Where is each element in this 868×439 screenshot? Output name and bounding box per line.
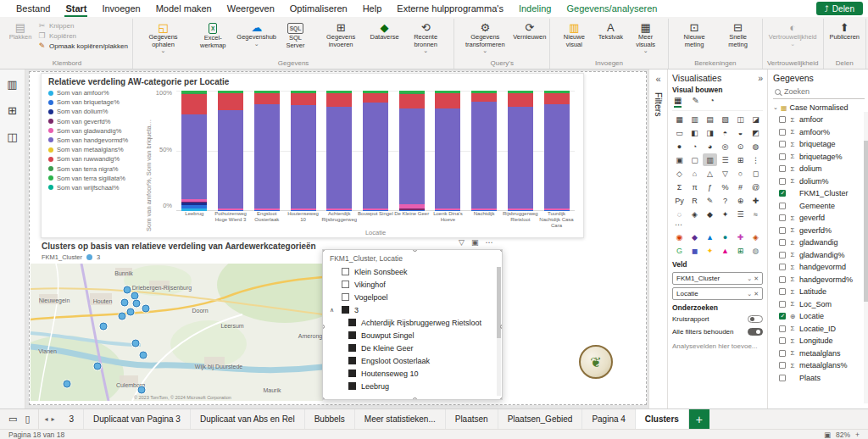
slicer-scrollbar[interactable] <box>497 267 501 396</box>
field-checkbox[interactable] <box>779 129 786 136</box>
ribbon-button-nieuwe-visual[interactable]: ▥Nieuwe visual <box>554 19 593 50</box>
stacked-bar-visual[interactable]: Relatieve verdeling AW-categorie per Loc… <box>41 73 584 238</box>
collapse-visualizations-icon[interactable]: » <box>758 73 763 83</box>
visual-type-icon-41[interactable]: ✚ <box>748 194 763 207</box>
visual-type-icon-21[interactable]: ☰ <box>718 153 732 166</box>
field-row-handgevormd[interactable]: Σhandgevormd% <box>773 274 865 286</box>
field-row-plaats[interactable]: Plaats <box>773 372 865 385</box>
field-checkbox[interactable] <box>779 288 786 295</box>
visual-type-icon-3[interactable]: ▧ <box>718 113 732 125</box>
marketplace-visual-icon-1[interactable]: ◆ <box>687 231 702 243</box>
menu-tab-model-maken[interactable]: Model maken <box>148 0 220 17</box>
menu-tab-optimaliseren[interactable]: Optimaliseren <box>282 0 355 17</box>
build-visual-tab[interactable]: ▦ <box>674 96 682 108</box>
visual-type-icon-30[interactable]: Σ <box>672 181 687 193</box>
visual-type-icon-4[interactable]: ◫ <box>733 113 748 125</box>
search-box[interactable] <box>773 86 865 99</box>
legend-item-som-van-handgevormd[interactable]: Som van handgevormd% <box>48 136 145 144</box>
visual-type-icon-23[interactable]: ⋮ <box>748 153 763 166</box>
data-panel-scrollbar[interactable] <box>864 112 868 403</box>
marketplace-visual-icon-10[interactable]: ⊞ <box>733 244 748 257</box>
visual-type-icon-11[interactable]: ◩ <box>748 126 763 139</box>
checkbox[interactable] <box>348 344 356 352</box>
field-checkbox[interactable] <box>779 362 786 369</box>
legend-item-som-van-dolium[interactable]: Som van dolium% <box>48 108 145 115</box>
ribbon-button-recente-bronnen[interactable]: ⟲Recente bronnen⌄ <box>402 19 449 55</box>
field-row-amfoor[interactable]: Σamfoor <box>773 114 865 126</box>
page-tab-3[interactable]: 3 <box>60 409 85 429</box>
bar-houtenseweg-10[interactable] <box>291 91 316 211</box>
visual-type-icon-40[interactable]: ⊕ <box>733 194 748 207</box>
menu-tab-bestand[interactable]: Bestand <box>8 0 58 17</box>
field-checkbox[interactable] <box>779 337 786 344</box>
field-row-geverfd[interactable]: Σgeverfd <box>773 212 865 225</box>
slicer-item-3[interactable]: ∧3 <box>323 303 502 316</box>
prev-page-arrow[interactable]: ◂ <box>44 415 47 423</box>
visual-type-icon-26[interactable]: △ <box>703 167 717 180</box>
bar-achterdijk-rijsbruggerweg[interactable] <box>326 91 352 211</box>
cluster-point[interactable] <box>131 292 139 300</box>
checkbox[interactable] <box>348 357 356 364</box>
legend-item-som-van-amfoor[interactable]: Som van amfoor% <box>48 89 145 97</box>
add-page-button[interactable]: + <box>689 409 709 429</box>
bar-pothuizenweg-hoge-wierd-3[interactable] <box>218 91 243 211</box>
legend-item-som-van-ruwwandig[interactable]: Som van ruwwandig% <box>48 155 145 163</box>
model-view-icon[interactable]: ◫ <box>7 131 17 143</box>
table-view-icon[interactable]: ⊞ <box>8 104 17 117</box>
field-checkbox[interactable] <box>779 141 786 147</box>
field-row-geverfd[interactable]: Σgeverfd% <box>773 225 865 237</box>
cluster-point[interactable] <box>124 286 131 294</box>
cluster-point[interactable] <box>140 352 147 359</box>
ribbon-button-snelle-meting[interactable]: ⊟Snelle meting <box>718 19 758 50</box>
visual-type-icon-10[interactable]: ◒ <box>733 126 748 139</box>
visual-type-icon-1[interactable]: ▥ <box>687 113 702 125</box>
ribbon-button-gegevens-transformeren[interactable]: ⚙Gegevens transformeren⌄ <box>459 19 511 55</box>
visual-type-icon-42[interactable]: ◌ <box>672 208 687 220</box>
fit-to-page-icon[interactable]: ▣ <box>824 431 831 439</box>
field-row-dolium[interactable]: Σdolium <box>773 163 865 175</box>
visual-type-icon-29[interactable]: ◻ <box>748 167 763 180</box>
analytics-tab[interactable]: ◔ <box>709 96 715 108</box>
visual-type-icon-25[interactable]: ⌂ <box>687 167 702 180</box>
field-well-fkm1-cluster[interactable]: FKM1_Cluster⌄✕ <box>672 272 763 285</box>
more-visuals-dots[interactable]: ⋯ <box>672 220 763 229</box>
visual-type-icon-13[interactable]: ◔ <box>687 140 702 153</box>
checkbox[interactable] <box>348 319 356 326</box>
remove-field-icon[interactable]: ✕ <box>754 291 759 297</box>
visual-type-icon-16[interactable]: ⊙ <box>733 140 748 153</box>
table-node[interactable]: ⌄ ▦ Case Normalised <box>773 99 865 114</box>
bar-engsloot-oosterlaak[interactable] <box>254 91 280 211</box>
ribbon-button-plakken[interactable]: ▤Plakken <box>6 19 35 43</box>
cluster-point[interactable] <box>100 323 108 331</box>
visual-type-icon-37[interactable]: R <box>687 194 702 207</box>
page-tab-plaatsen-gebied[interactable]: Plaatsen_Gebied <box>498 409 583 429</box>
collapse-caret-icon[interactable]: ∧ <box>330 307 337 314</box>
marketplace-visual-icon-6[interactable]: G <box>672 244 687 257</box>
resize-handle[interactable] <box>413 249 417 252</box>
menu-tab-start[interactable]: Start <box>58 0 94 17</box>
slicer-item-klein-sonsbeek[interactable]: Klein Sonsbeek <box>323 265 502 278</box>
cluster-point[interactable] <box>64 381 71 388</box>
bar-rijsbruggerweg-rietsloot[interactable] <box>508 91 533 211</box>
ribbon-button-meer-visuals[interactable]: ▦Meer visuals⌄ <box>627 19 663 55</box>
cluster-point[interactable] <box>127 308 135 316</box>
menu-tab-help[interactable]: Help <box>355 0 390 17</box>
field-checkbox[interactable] <box>779 178 786 185</box>
visual-type-icon-35[interactable]: @ <box>748 181 763 193</box>
map-visual[interactable]: BunnikDriebergen-RijsenburgNieuwegeinHou… <box>31 264 323 401</box>
field-row-metaalglans[interactable]: Σmetaalglans <box>773 347 865 360</box>
field-checkbox[interactable] <box>779 301 786 308</box>
field-row-briquetage[interactable]: Σbriquetage% <box>773 151 865 164</box>
visual-type-icon-47[interactable]: ≈ <box>748 208 763 220</box>
page-tab-meer-statistieken[interactable]: Meer statistieken... <box>355 409 446 429</box>
field-checkbox[interactable] <box>779 264 786 270</box>
menu-tab-externe-hulpprogramma-s[interactable]: Externe hulpprogramma's <box>389 0 511 17</box>
cluster-point[interactable] <box>138 386 146 394</box>
bar-bouwput-singel[interactable] <box>363 91 388 211</box>
toggle-switch[interactable] <box>748 328 763 336</box>
bar-nachtdijk[interactable] <box>471 91 497 211</box>
page-tab-duplicaat-van-abs-en-rel[interactable]: Duplicaat van Abs en Rel <box>191 409 305 429</box>
visual-type-icon-32[interactable]: ƒ <box>703 181 717 193</box>
ribbon-button-tekstvak[interactable]: ATekstvak <box>596 19 625 43</box>
field-row-gladwandig[interactable]: Σgladwandig <box>773 236 865 249</box>
